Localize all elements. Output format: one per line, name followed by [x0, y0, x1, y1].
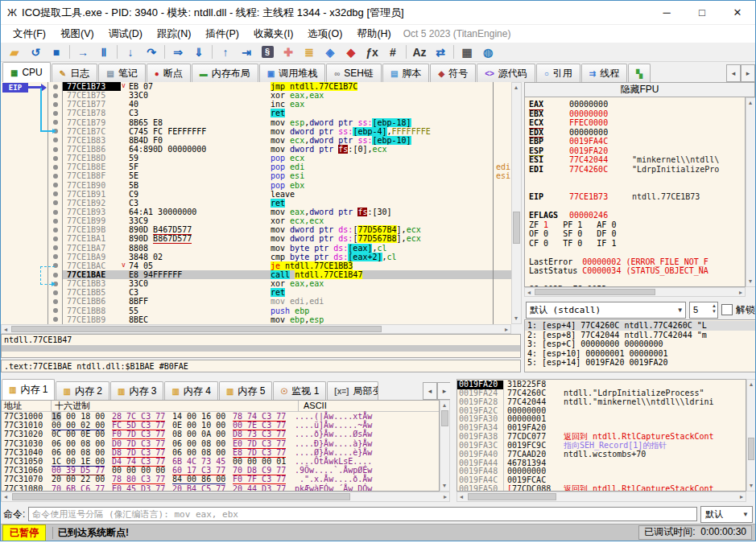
dump-row[interactable]: 77C3101000 00 02 00FC 5D C3 770E 00 10 0… [2, 421, 439, 430]
register-row[interactable]: ECXFFEC0000 [529, 118, 745, 128]
stack-row[interactable]: 0019FA3C0019FC9C指向SEH_Record[1]的指针 [457, 442, 746, 450]
disasm-row[interactable]: 77CE1BB855push ebp [1, 306, 511, 315]
dump-row[interactable]: 77C3100016 00 18 0028 7C C3 7714 00 16 0… [2, 412, 439, 421]
trace-into-button[interactable]: ⇒ [167, 44, 188, 60]
call-argument-row[interactable]: 5: [esp+14] 0019FA20 0019FA20 [525, 358, 756, 368]
breakpoint-column[interactable] [48, 118, 63, 127]
tab-breakpoints[interactable]: ●断点 [147, 64, 191, 82]
scrollbar-thumb[interactable] [441, 410, 448, 426]
bookmark-button[interactable]: ◆ [341, 44, 361, 60]
scrollbar-thumb[interactable] [12, 493, 350, 500]
close-button[interactable]: ✕ [720, 1, 755, 25]
restart-button[interactable]: ↺ [25, 44, 46, 60]
stack-row[interactable]: 0019FA2477C4260Cntdll."LdrpInitializePro… [457, 389, 746, 398]
breakpoint-column[interactable] [48, 270, 63, 279]
breakpoint-column[interactable] [48, 136, 63, 145]
registers-horizontal-scrollbar[interactable]: ◂ ▸ [524, 287, 746, 297]
stack-row[interactable]: 0019FA4800000000 [457, 467, 746, 476]
tab-dump3[interactable]: ▥内存 3 [110, 381, 163, 400]
register-row[interactable]: ESP0019FA20 [529, 146, 745, 156]
disasm-row[interactable]: 77CE1B7533C0xor eax,eax [1, 91, 511, 100]
disasm-row[interactable]: 77CE1B9933C9xor ecx,ecx [1, 216, 511, 225]
call-argument-row[interactable]: 2: [esp+8] 77C42044 ntdll.77C42044 "m [525, 331, 756, 340]
calling-convention-select[interactable]: 默认 (stdcall) ▼ [526, 302, 686, 319]
open-folder-button[interactable]: ▰ [4, 44, 25, 60]
breakpoint-column[interactable] [48, 82, 63, 91]
strings-button[interactable]: Az [409, 44, 430, 60]
tab-references[interactable]: ○引用 [536, 64, 580, 82]
dump-row[interactable]: 77C3103006 00 08 00D0 7D C3 7706 00 08 0… [2, 439, 439, 448]
breakpoint-column[interactable] [48, 306, 63, 315]
scrollbar-thumb[interactable] [513, 212, 520, 244]
disasm-row[interactable]: 77CE1B92C3ret [1, 199, 511, 208]
breakpoint-column[interactable] [48, 297, 63, 306]
comment-button[interactable]: ≣ [299, 44, 320, 60]
attach-button[interactable]: ⇄ [430, 44, 451, 60]
breakpoint-column[interactable] [48, 244, 63, 253]
dump-horizontal-scrollbar[interactable]: ◂ ▸ [1, 492, 450, 502]
argument-count-stepper[interactable]: 5 ▲▼ [689, 302, 718, 319]
call-argument-row[interactable]: 3: [esp+C] 00000000 00000000 [525, 339, 756, 349]
disasm-row[interactable]: 77CE1BACv74 05je ntdll.77CE1BB3 [1, 261, 511, 270]
tab-dump2[interactable]: ▥内存 2 [56, 381, 109, 400]
register-row[interactable]: EDX00000000 [529, 128, 745, 138]
dump-row[interactable]: 77C3104006 00 08 00D8 7D C3 7706 00 08 0… [2, 448, 439, 457]
tab-dump5[interactable]: ▥内存 5 [219, 381, 272, 400]
stack-horizontal-scrollbar[interactable]: ◂ ▸ [456, 492, 746, 502]
register-row[interactable]: ESI77C42044"minkernel\\ntdll\ [529, 155, 745, 165]
stack-row[interactable]: 0019FA2C00000000 [457, 407, 746, 416]
bottom-panels-splitter[interactable] [450, 379, 456, 504]
disasm-row[interactable]: 77CE1B91C9leave [1, 190, 511, 199]
register-info-row[interactable]: ZF 1 PF 1 AF 0 [529, 220, 745, 230]
breakpoint-column[interactable] [48, 145, 63, 154]
register-info-row[interactable]: LastStatus C0000034 (STATUS_OBJECT_NA [529, 266, 745, 276]
breakpoint-column[interactable] [48, 234, 63, 243]
stack-row[interactable]: 0019FA4077CAAD20ntdll.wcstombs+70 [457, 450, 746, 459]
breakpoint-column[interactable] [48, 288, 63, 297]
menu-item[interactable]: 插件(P) [198, 27, 246, 41]
tab-memory-map[interactable]: ▬内存布局 [192, 64, 258, 82]
disasm-row[interactable]: 77CE1B8F5Epop esiesi [1, 171, 511, 180]
spinner-arrows-icon[interactable]: ▲▼ [712, 303, 717, 315]
tab-symbols[interactable]: ◆符号 [430, 64, 476, 82]
function-button[interactable]: ƒx [361, 44, 382, 60]
tab-log[interactable]: ✎日志 [52, 64, 97, 82]
breakpoint-column[interactable] [48, 109, 63, 117]
disassembly-vertical-scrollbar[interactable]: ▴ ▾ [511, 82, 522, 324]
scrollbar-thumb[interactable] [748, 438, 754, 460]
disassembly-horizontal-scrollbar[interactable]: ◂ ▸ [1, 324, 511, 334]
disasm-row[interactable]: 77CE1B9B890D B467D577mov dword ptr ds:[7… [1, 225, 511, 234]
breakpoint-column[interactable] [48, 253, 63, 261]
stack-row[interactable]: 0019FA3000000001 [457, 415, 746, 424]
stop-button[interactable]: ■ [46, 44, 67, 60]
scrollbar-thumb[interactable] [468, 493, 556, 500]
tab-source[interactable]: <>源代码 [477, 64, 535, 82]
dump-row[interactable]: 77C310501C 00 1E 00D4 74 C3 776B 4C 73 4… [2, 457, 439, 466]
call-arguments-panel[interactable]: 1: [esp+4] 77C4260C ntdll.77C4260C "L2: … [524, 319, 756, 372]
register-row[interactable]: EFLAGS00000246 [529, 211, 745, 220]
step-out-button[interactable]: ↑ [215, 44, 236, 60]
stack-row[interactable]: 0019FA4446781394 [457, 459, 746, 468]
disasm-row[interactable]: 77CE1BA1890D B867D577mov dword ptr ds:[7… [1, 234, 511, 243]
register-info-row[interactable]: LastError 00000002 (ERROR_FILE_NOT_F [529, 257, 745, 267]
register-info-row[interactable]: CF 0 TF 0 IF 1 [529, 239, 745, 249]
stack-row[interactable]: 0019FA50[77CDC088返回到 ntdll.RtlCaptureSta… [457, 485, 746, 492]
breakpoint-column[interactable] [48, 190, 63, 199]
hide-fpu-button[interactable]: 隐藏FPU [524, 82, 755, 97]
scrollbar-thumb[interactable] [11, 326, 382, 332]
tab-script[interactable]: ▤脚本 [382, 64, 429, 82]
disasm-row[interactable]: 77CE1B905Bpop ebx [1, 181, 511, 190]
breakpoint-column[interactable] [48, 181, 63, 190]
menu-item[interactable]: 跟踪(N) [150, 27, 198, 41]
disasm-row[interactable]: 77CE1BA78808mov byte ptr ds:[eax],cl [1, 244, 511, 253]
disasm-row[interactable]: 77CE1BB98BECmov ebp,esp [1, 315, 511, 324]
register-row[interactable]: EBP0019FA4C [529, 137, 745, 146]
stack-panel[interactable]: 0019FA2031B225F80019FA2477C4260Cntdll."L… [456, 379, 746, 492]
disasm-row[interactable]: 77CE1B78C3ret [1, 109, 511, 117]
tab-dump1[interactable]: ▥内存 1 [2, 379, 55, 400]
disasm-row[interactable]: 77CE1B838B4D F0mov ecx,dword ptr ss:[ebp… [1, 136, 511, 145]
tab-scroll-right-button[interactable]: ▸ [741, 64, 755, 82]
menu-item[interactable]: 文件(F) [6, 27, 53, 41]
register-info-row[interactable]: OF 0 SF 0 DF 0 [529, 229, 745, 239]
disasm-row[interactable]: 77CE1B8664:890D 00000000mov dword ptr fs… [1, 145, 511, 154]
